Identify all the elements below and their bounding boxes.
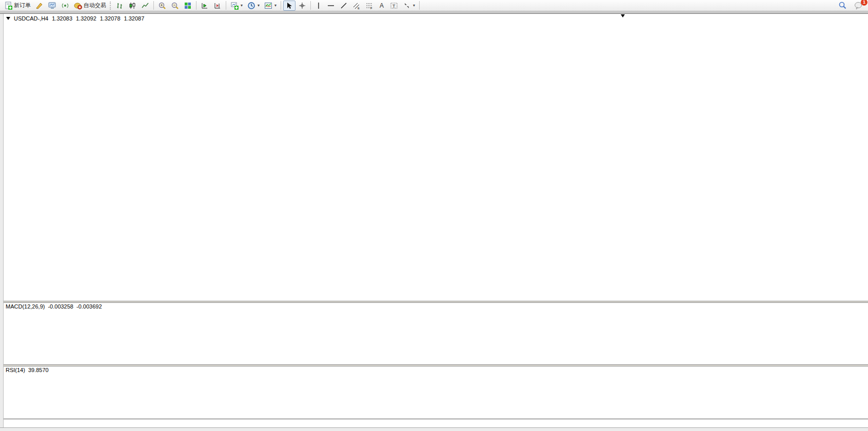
rsi-value: 39.8570: [28, 367, 49, 373]
chart-header: USDCAD-,H4 1.32083 1.32092 1.32078 1.320…: [6, 15, 144, 22]
chart-low-value: 1.32078: [100, 15, 121, 22]
chart-symbol-period: USDCAD-,H4: [14, 15, 48, 22]
macd-title: MACD(12,26,9): [6, 303, 45, 310]
chart-open-value: 1.32083: [52, 15, 72, 22]
rsi-title: RSI(14): [6, 367, 25, 373]
chart-canvas[interactable]: [0, 0, 868, 431]
chart-shift-marker[interactable]: [621, 14, 625, 17]
macd-main-value: -0.003258: [48, 303, 73, 310]
macd-label: MACD(12,26,9) -0.003258 -0.003692: [6, 303, 102, 310]
chart-high-value: 1.32092: [76, 15, 96, 22]
mt4-window: 新订单 自动交易: [0, 0, 868, 431]
macd-signal-value: -0.003692: [76, 303, 102, 310]
chart-close-value: 1.32087: [124, 15, 145, 22]
collapse-chart-icon[interactable]: [6, 17, 10, 20]
rsi-label: RSI(14) 39.8570: [6, 367, 49, 373]
